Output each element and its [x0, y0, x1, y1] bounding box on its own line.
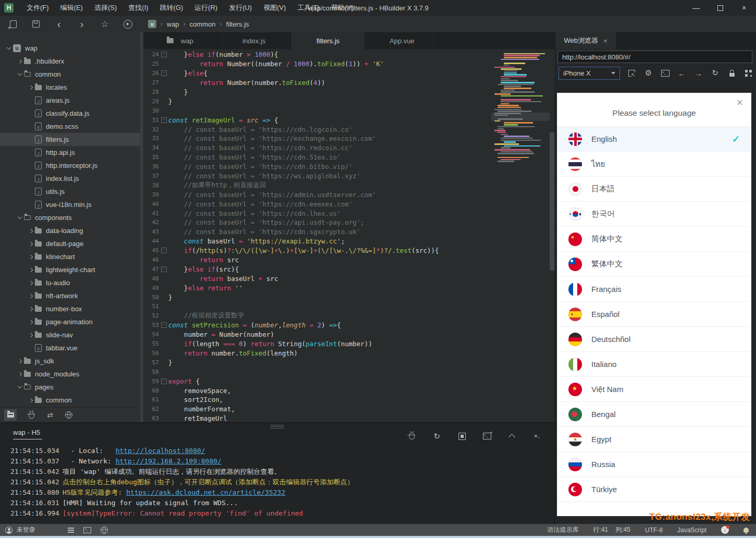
- menu-item[interactable]: 查找(I): [122, 0, 154, 16]
- unlock-button[interactable]: [727, 68, 737, 78]
- tree-item-locales[interactable]: locales: [0, 81, 143, 94]
- browser-settings-button[interactable]: ⚙: [643, 68, 653, 78]
- code-area[interactable]: 24- }else if(number > 1000){25 return Nu…: [143, 49, 555, 422]
- language-item-kr[interactable]: 한국어: [557, 202, 751, 227]
- language-item-bd[interactable]: Bengal: [557, 402, 751, 427]
- tree-item-classify.data.js[interactable]: Jclassify.data.js: [0, 107, 143, 120]
- tree-item-lu-audio[interactable]: lu-audio: [0, 276, 143, 289]
- console-stop-button[interactable]: [457, 432, 466, 441]
- outline-list-icon[interactable]: [68, 528, 74, 533]
- forward-button[interactable]: ›: [77, 19, 86, 29]
- globe-icon[interactable]: [101, 527, 108, 534]
- code-line[interactable]: 24- }else if(number > 1000){: [143, 50, 555, 59]
- tree-item-pages[interactable]: pages: [0, 381, 143, 394]
- tree-item-js_sdk[interactable]: js_sdk: [0, 354, 143, 368]
- language-item-de[interactable]: Deutschñol: [557, 327, 751, 352]
- editor-scrollbar-thumb[interactable]: [550, 132, 554, 271]
- tree-item-filters.js[interactable]: Jfilters.js: [0, 133, 143, 146]
- language-item-fr[interactable]: Français: [557, 277, 751, 302]
- code-line[interactable]: 49 }else return '': [143, 283, 555, 292]
- code-line[interactable]: 44 const baseUrl = 'https://exapi.btzyw.…: [143, 237, 555, 246]
- tree-item-nft-artwork[interactable]: nft-artwork: [0, 289, 143, 302]
- code-line[interactable]: 63 retImageUrl: [143, 414, 555, 422]
- code-line[interactable]: 37 // const baseUrl = 'https://ws.apiglo…: [143, 172, 555, 181]
- code-line[interactable]: 26- }else{: [143, 69, 555, 78]
- fold-minus-icon[interactable]: -: [161, 378, 167, 384]
- tree-item-default-page[interactable]: default-page: [0, 237, 143, 250]
- code-line[interactable]: 48 return baseUrl + src: [143, 274, 555, 283]
- save-button[interactable]: [31, 19, 41, 29]
- code-line[interactable]: 59-export {: [143, 376, 555, 386]
- tree-item-components[interactable]: components: [0, 211, 143, 224]
- code-line[interactable]: 56 return number.toFixed(length): [143, 349, 555, 358]
- menu-item[interactable]: 选择(S): [89, 0, 122, 16]
- language-item-vn[interactable]: ★Việt Nam: [557, 377, 751, 402]
- fold-minus-icon[interactable]: -: [161, 117, 167, 123]
- tab-wap[interactable]: wap: [143, 32, 217, 49]
- code-line[interactable]: 27 return Number(number.toFixed(4)): [143, 78, 555, 88]
- code-line[interactable]: 51: [143, 302, 555, 311]
- tree-item-wap[interactable]: uwap: [0, 42, 143, 55]
- code-line[interactable]: 60 removeSpace,: [143, 386, 555, 395]
- modal-close-icon[interactable]: ×: [736, 97, 743, 108]
- code-line[interactable]: 52 //根据精度设置数字: [143, 311, 555, 321]
- url-input[interactable]: [557, 51, 752, 63]
- console-restart-button[interactable]: ↻: [432, 432, 441, 441]
- back-button[interactable]: ‹: [54, 19, 64, 29]
- tree-item-areas.js[interactable]: Jareas.js: [0, 94, 143, 107]
- code-line[interactable]: 45- if(/http(s)?:\/\/([\w-]+\.)+[\w-]+(\…: [143, 246, 555, 255]
- qrcode-button[interactable]: [743, 68, 753, 78]
- minimap[interactable]: [494, 51, 547, 164]
- console-tab[interactable]: wap - H5: [13, 429, 42, 439]
- code-line[interactable]: 36 // const baseUrl = 'https://cdn.bitbo…: [143, 162, 555, 172]
- tree-item-slide-nav[interactable]: slide-nav: [0, 328, 143, 341]
- close-button[interactable]: ×: [732, 0, 756, 16]
- bookmark-star-button[interactable]: ☆: [100, 19, 109, 29]
- tree-item-lightweight-chart[interactable]: lightweight-chart: [0, 263, 143, 276]
- menu-item[interactable]: 发行(U): [223, 0, 257, 16]
- breadcrumb-project[interactable]: wap: [167, 20, 179, 28]
- tree-item-data-loading[interactable]: data-loading: [0, 224, 143, 237]
- console-new-terminal-button[interactable]: +: [482, 432, 491, 441]
- code-line[interactable]: 38 //如果带http，则直接返回: [143, 180, 555, 190]
- menu-item[interactable]: 编辑(E): [55, 0, 89, 16]
- language-item-th[interactable]: ไทย: [557, 152, 751, 177]
- minimize-button[interactable]: —: [684, 0, 708, 16]
- code-line[interactable]: 32 // const baseUrl = 'https://cdn.lcgco…: [143, 125, 555, 134]
- bell-icon[interactable]: [743, 528, 749, 532]
- language-item-uk[interactable]: English✓: [557, 127, 751, 152]
- log-link[interactable]: http://localhost:8080/: [116, 447, 205, 455]
- tab-filters.js[interactable]: filters.js: [291, 32, 365, 49]
- code-line[interactable]: 57}: [143, 358, 555, 367]
- code-line[interactable]: 50}: [143, 292, 555, 302]
- maximize-button[interactable]: [708, 0, 732, 16]
- language-item-eg[interactable]: Egypt: [557, 427, 751, 452]
- log-link[interactable]: https://ask.dcloud.net.cn/article/35232: [126, 488, 285, 496]
- console-debug-button[interactable]: [407, 432, 416, 441]
- fold-minus-icon[interactable]: -: [161, 322, 167, 328]
- tree-item-node_modules[interactable]: node_modules: [0, 368, 143, 381]
- login-status[interactable]: 未登录: [5, 525, 35, 534]
- open-console-button[interactable]: [660, 68, 670, 78]
- language-item-jp[interactable]: 日本語: [557, 177, 751, 202]
- open-external-browser-button[interactable]: [627, 68, 637, 78]
- tree-item-http.api.js[interactable]: Jhttp.api.js: [0, 146, 143, 159]
- tree-item-http.interceptor.js[interactable]: Jhttp.interceptor.js: [0, 159, 143, 172]
- language-item-cn[interactable]: ★简体中文: [557, 227, 751, 252]
- files-view-button[interactable]: [4, 409, 17, 421]
- terminal-icon[interactable]: [83, 527, 91, 533]
- tree-item-vue-i18n.min.js[interactable]: Jvue-i18n.min.js: [0, 198, 143, 211]
- tree-item-.hbuilderx[interactable]: .hbuilderx: [0, 55, 143, 68]
- language-item-tw[interactable]: 繁体中文: [557, 252, 751, 277]
- language-item-it[interactable]: Italiano: [557, 352, 751, 377]
- code-line[interactable]: 61 sort2Icon,: [143, 395, 555, 405]
- fold-minus-icon[interactable]: -: [161, 70, 167, 76]
- code-line[interactable]: 41 // const baseUrl = 'https://cdn.lhex.…: [143, 209, 555, 218]
- update-icon[interactable]: ↓: [721, 526, 729, 534]
- fold-minus-icon[interactable]: -: [161, 248, 167, 253]
- browser-refresh-button[interactable]: ↻: [710, 68, 720, 78]
- menu-item[interactable]: 文件(F): [21, 0, 55, 16]
- browser-forward-button[interactable]: →: [693, 68, 703, 78]
- tree-item-utils.js[interactable]: Jutils.js: [0, 185, 143, 198]
- tree-item-number-box[interactable]: number-box: [0, 302, 143, 315]
